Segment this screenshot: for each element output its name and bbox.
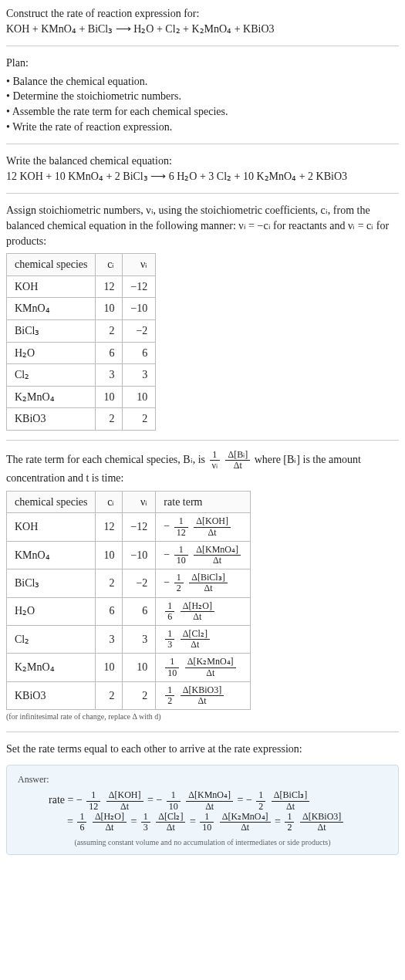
cell-species: H₂O [7, 342, 96, 364]
plan-item: • Balance the chemical equation. [6, 74, 399, 90]
divider [6, 144, 399, 144]
cell-species: Cl₂ [7, 625, 96, 653]
rate-intro-text-a: The rate term for each chemical species,… [6, 454, 208, 465]
rate-conc-frac: Δ[Cl₂]Δt [156, 812, 185, 833]
cell-species: H₂O [7, 597, 96, 625]
cell-species: KMnO₄ [7, 541, 96, 569]
equal-sign: = [190, 816, 198, 827]
cell-species: KBiO3 [7, 408, 96, 431]
rate-coef-frac: 12 [256, 790, 265, 811]
cell-ci: 12 [96, 513, 123, 541]
balanced-heading: Write the balanced chemical equation: [6, 154, 399, 169]
table-row: Cl₂ 3 3 13 Δ[Cl₂]Δt [7, 625, 251, 653]
cell-rate-term: 16 Δ[H₂O]Δt [156, 597, 251, 625]
rate-coef-frac: 16 [77, 812, 86, 833]
answer-note: (assuming constant volume and no accumul… [18, 837, 387, 848]
cell-species: KOH [7, 513, 96, 541]
cell-vi: 2 [123, 408, 156, 431]
final-section: Set the rate terms equal to each other t… [6, 742, 399, 855]
equal-sign: = [275, 816, 283, 827]
rate-conc-frac: Δ[K₂MnO₄]Δt [185, 657, 236, 678]
rate-conc-frac: Δ[H₂O]Δt [181, 601, 214, 622]
table-row: KBiO322 [7, 408, 156, 431]
cell-vi: −2 [123, 569, 156, 597]
cell-vi: −12 [123, 275, 156, 298]
cell-species: K₂MnO₄ [7, 654, 96, 681]
col-vi: νᵢ [123, 491, 156, 513]
rate-conc-frac: Δ[BiCl₃]Δt [272, 790, 309, 811]
rate-word: rate = [49, 794, 76, 806]
cell-ci: 2 [96, 681, 123, 709]
table-row: KMnO₄ 10 −10 − 110 Δ[KMnO₄]Δt [7, 541, 251, 569]
rate-coef-frac: 110 [174, 545, 188, 566]
table-header-row: chemical species cᵢ νᵢ [7, 254, 156, 276]
cell-ci: 10 [96, 298, 123, 320]
col-ci: cᵢ [96, 254, 123, 276]
frac-num: Δ[Bᵢ] [225, 450, 250, 461]
balanced-equation: 12 KOH + 10 KMnO₄ + 2 BiCl₃ ⟶ 6 H₂O + 3 … [6, 169, 399, 184]
rate-sign: − [76, 794, 83, 806]
rate-conc-frac: Δ[KMnO₄]Δt [194, 545, 241, 566]
rate-coef-frac: 12 [285, 812, 294, 833]
cell-vi: −12 [123, 513, 156, 541]
frac-num: 1 [210, 450, 220, 461]
cell-species: K₂MnO₄ [7, 386, 96, 408]
rate-coef-frac: 13 [141, 812, 150, 833]
table-row: H₂O 6 6 16 Δ[H₂O]Δt [7, 597, 251, 625]
table-row: H₂O66 [7, 342, 156, 364]
rate-conc-frac: Δ[KOH]Δt [194, 516, 231, 537]
cell-vi: 6 [123, 597, 156, 625]
stoich-section: Assign stoichiometric numbers, νᵢ, using… [6, 203, 399, 431]
rate-conc-frac: Δ[KBiO3]Δt [300, 812, 343, 833]
rate-conc-frac: Δ[KMnO₄]Δt [186, 790, 233, 811]
rate-conc-frac: Δ[Cl₂]Δt [181, 629, 210, 650]
cell-vi: −10 [123, 541, 156, 569]
cell-species: KBiO3 [7, 681, 96, 709]
col-vi: νᵢ [123, 254, 156, 276]
generic-frac-2: Δ[Bᵢ] Δt [225, 450, 250, 471]
cell-vi: −10 [123, 298, 156, 320]
rate-coef-frac: 110 [200, 812, 214, 833]
cell-rate-term: − 110 Δ[KMnO₄]Δt [156, 541, 251, 569]
infinitesimal-note: (for infinitesimal rate of change, repla… [6, 711, 399, 722]
cell-ci: 6 [96, 342, 123, 364]
divider [6, 46, 399, 46]
cell-vi: 6 [123, 342, 156, 364]
rate-coef-frac: 12 [165, 685, 174, 706]
cell-ci: 2 [96, 569, 123, 597]
cell-rate-term: − 12 Δ[BiCl₃]Δt [156, 569, 251, 597]
rate-coef-frac: 112 [86, 790, 100, 811]
cell-vi: 10 [123, 386, 156, 408]
col-ci: cᵢ [96, 491, 123, 513]
plan-section: Plan: • Balance the chemical equation. •… [6, 56, 399, 134]
equal-sign: = [67, 816, 76, 827]
equal-sign: = [147, 794, 156, 806]
rate-conc-frac: Δ[H₂O]Δt [93, 812, 127, 833]
cell-ci: 10 [96, 541, 123, 569]
cell-ci: 3 [96, 625, 123, 653]
rate-coef-frac: 112 [174, 516, 188, 537]
rate-expression-line2: = 16 Δ[H₂O]Δt = 13 Δ[Cl₂]Δt = 110 Δ[K₂Mn… [18, 812, 387, 833]
cell-ci: 10 [96, 654, 123, 681]
cell-vi: 10 [123, 654, 156, 681]
rate-sign: − [164, 576, 170, 588]
prompt-line: Construct the rate of reaction expressio… [6, 6, 399, 22]
final-heading: Set the rate terms equal to each other t… [6, 742, 399, 757]
frac-den: Δt [225, 461, 250, 471]
rate-term-intro: The rate term for each chemical species,… [6, 450, 399, 722]
cell-vi: 2 [123, 681, 156, 709]
prompt-section: Construct the rate of reaction expressio… [6, 6, 399, 36]
rate-coef-frac: 110 [165, 657, 179, 678]
cell-ci: 3 [96, 364, 123, 387]
unbalanced-equation: KOH + KMnO₄ + BiCl₃ ⟶ H₂O + Cl₂ + K₂MnO₄… [6, 22, 399, 37]
plan-heading: Plan: [6, 56, 399, 71]
table-row: Cl₂33 [7, 364, 156, 387]
rate-coef-frac: 12 [174, 573, 184, 593]
rate-coef-frac: 16 [165, 601, 174, 622]
plan-item: • Assemble the rate term for each chemic… [6, 104, 399, 120]
table-header-row: chemical species cᵢ νᵢ rate term [7, 491, 251, 513]
rate-coef-frac: 13 [165, 629, 174, 650]
col-species: chemical species [7, 491, 96, 513]
cell-rate-term: 13 Δ[Cl₂]Δt [156, 625, 251, 653]
rate-expression-line1: rate = − 112 Δ[KOH]Δt = − 110 Δ[KMnO₄]Δt… [18, 790, 387, 811]
